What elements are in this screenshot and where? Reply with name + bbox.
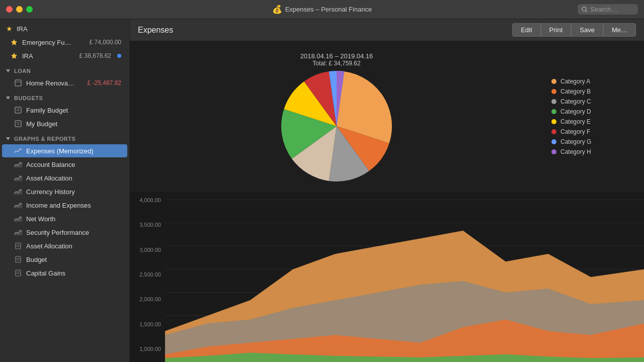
sidebar-item-net-worth-graph[interactable]: Net Worth [2,212,127,225]
sidebar-item-home-renova[interactable]: Home Renova… £ -25,487.82 [2,76,127,89]
sidebar-section-graphs[interactable]: GRAPHS & REPORTS [0,131,129,144]
legend-dot-a [551,79,556,84]
search-input[interactable] [590,6,630,13]
search-icon [582,7,588,13]
graph-icon-security [14,228,22,236]
sidebar-item-currency-history[interactable]: Currency History [2,185,127,198]
sidebar-section-loan[interactable]: LOAN [0,63,129,76]
graphs-header-label: GRAPHS & REPORTS [14,136,75,142]
area-chart-icon-6 [14,229,22,235]
sidebar-item-income-expenses[interactable]: Income and Expenses [2,199,127,212]
sidebar-item-capital-gains[interactable]: Capital Gains [2,266,127,280]
save-button[interactable]: Save [571,23,603,37]
svg-rect-9 [15,121,21,127]
sidebar-item-account-balance[interactable]: Account Balance [2,158,127,171]
legend-label-c: Category C [560,98,591,105]
sidebar: ★ IRA Emergency Fu… £ 74,000.00 IRA £ 38… [0,19,130,362]
total-text: Total: £ 34,759.62 [300,60,373,67]
triangle-down-icon [6,69,10,72]
budget-report-label: Budget [26,256,47,263]
legend-item-b: Category B [551,88,636,95]
svg-rect-19 [16,243,21,249]
legend-dot-b [551,89,556,94]
legend-dot-d [551,109,556,114]
close-button[interactable] [6,6,13,13]
home-renova-value: £ -25,487.82 [88,79,121,86]
emergency-fu-label: Emergency Fu… [22,39,71,46]
sidebar-item-budget-report[interactable]: Budget [2,253,127,266]
emergency-fu-value: £ 74,000.00 [90,39,121,46]
my-budget-label: My Budget [26,120,57,128]
blue-dot-icon [117,54,121,58]
print-button[interactable]: Print [541,23,572,37]
svg-rect-6 [15,107,21,113]
titlebar: 💰 Expenses – Personal Finance [0,0,644,19]
legend-item-a: Category A [551,78,636,85]
asset-allocation-report-label: Asset Allocation [26,242,72,250]
pie-chart-date-range: 2018.04.16 – 2019.04.16 Total: £ 34,759.… [300,52,373,67]
content-title: Expenses [138,26,173,35]
legend-label-a: Category A [560,78,590,85]
area-chart-svg [165,192,644,362]
y-axis: 4,000.00 3,500.00 3,000.00 2,500.00 2,00… [130,192,165,362]
y-label-4000: 4,000.00 [134,197,161,203]
sidebar-section-budgets[interactable]: BUDGETS [0,90,129,103]
account-balance-label: Account Balance [26,161,75,168]
sidebar-item-expenses-memorized[interactable]: Expenses (Memorized) [2,144,127,157]
legend-dot-f [551,129,556,134]
legend-dot-e [551,119,556,124]
sidebar-item-asset-allocation-report[interactable]: Asset Allocation [2,239,127,252]
legend-label-g: Category G [560,138,591,145]
star-icon: ★ [6,25,13,33]
y-label-3500: 3,500.00 [134,222,161,228]
loan-icon [14,79,22,87]
sidebar-item-emergency-fu[interactable]: Emergency Fu… £ 74,000.00 [2,36,127,49]
report-icon-asset [14,242,22,250]
minimize-button[interactable] [16,6,23,13]
pie-container: 2018.04.16 – 2019.04.16 Total: £ 34,759.… [130,41,543,192]
y-label-2000: 2,000.00 [134,296,161,302]
family-budget-label: Family Budget [26,107,68,114]
main-layout: ★ IRA Emergency Fu… £ 74,000.00 IRA £ 38… [0,19,644,362]
area-chart-icon [14,161,22,167]
home-icon [15,79,22,86]
report-icon-budget [14,255,22,263]
sidebar-item-ira-top[interactable]: ★ IRA [2,20,127,35]
sidebar-item-family-budget[interactable]: Family Budget [2,104,127,117]
legend-item-g: Category G [551,138,636,145]
sidebar-ira-label: IRA [17,25,28,33]
svg-rect-25 [16,270,21,276]
content-toolbar: Expenses Edit Print Save Me… [130,19,644,41]
graph-icon-income [14,201,22,209]
maximize-button[interactable] [26,6,33,13]
legend-item-e: Category E [551,118,636,125]
legend-item-h: Category H [551,148,636,155]
search-bar[interactable] [578,4,638,15]
sidebar-item-ira[interactable]: IRA £ 38,678.62 [2,49,127,62]
more-button[interactable]: Me… [603,23,636,37]
sidebar-item-my-budget[interactable]: My Budget [2,117,127,130]
graphs-triangle-icon [6,137,10,140]
legend-label-d: Category D [560,108,591,115]
family-budget-icon [14,106,22,114]
legend-label-e: Category E [560,118,591,125]
sidebar-item-security-performance[interactable]: Security Performance [2,226,127,239]
budget-icon [15,107,22,114]
expenses-memorized-label: Expenses (Memorized) [26,147,94,155]
window-title-text: Expenses – Personal Finance [285,6,372,13]
area-chart-section: 4,000.00 3,500.00 3,000.00 2,500.00 2,00… [130,192,644,362]
date-range-text: 2018.04.16 – 2019.04.16 [300,52,373,60]
sidebar-item-asset-allocation-graph[interactable]: Asset Allocation [2,171,127,185]
home-renova-label: Home Renova… [26,79,74,87]
capital-gains-label: Capital Gains [26,269,65,277]
area-chart-icon-3 [14,189,22,195]
area-chart-icon-4 [14,202,22,208]
edit-button[interactable]: Edit [512,23,540,37]
legend-item-c: Category C [551,98,636,105]
legend-label-f: Category F [560,128,590,135]
income-expenses-label: Income and Expenses [26,202,91,209]
graph-icon-account-balance [14,160,22,168]
graph-icon-asset-allocation [14,174,22,182]
area-chart-icon-5 [14,216,22,222]
svg-rect-4 [15,80,21,86]
